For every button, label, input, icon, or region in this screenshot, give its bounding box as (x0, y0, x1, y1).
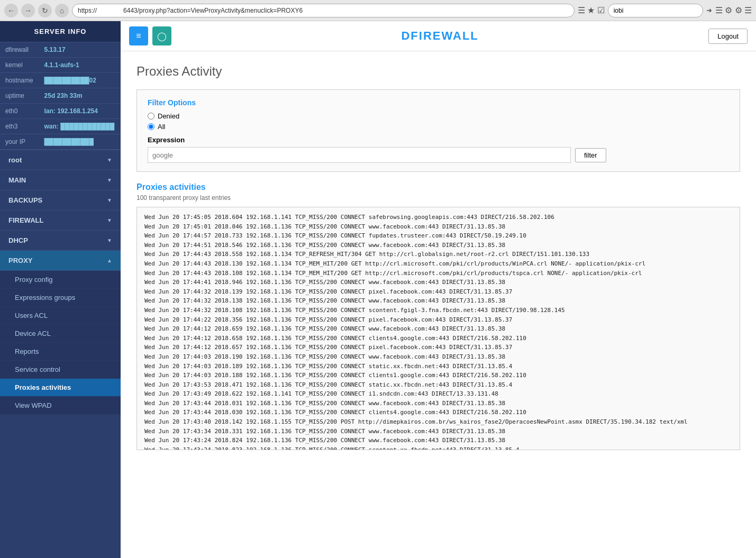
info-label: eth3 (0, 119, 39, 134)
nav-sub-reports[interactable]: Reports (0, 343, 121, 361)
chevron-icon: ▼ (107, 237, 112, 243)
nav-item-dhcp[interactable]: DHCP▼ (0, 231, 121, 251)
filter-title: Filter Options (148, 98, 729, 107)
info-row: kernel4.1.1-aufs-1 (0, 58, 121, 73)
nav-sub-view-wpad[interactable]: View WPAD (0, 397, 121, 415)
info-row: dfirewall5.13.17 (0, 42, 121, 58)
info-label: uptime (0, 88, 39, 104)
info-value: wan: ████████████ (39, 119, 121, 134)
nav-sub-device-acl[interactable]: Device ACL (0, 325, 121, 343)
nav-sub-users-acl[interactable]: Users ACL (0, 307, 121, 325)
activities-section: Proxies activities 100 transparent proxy… (136, 182, 740, 450)
app-container: SERVER INFO dfirewall5.13.17kernel4.1.1-… (0, 21, 756, 558)
server-info-table: dfirewall5.13.17kernel4.1.1-aufs-1hostna… (0, 42, 121, 150)
log-box[interactable]: Wed Jun 20 17:45:05 2018.604 192.168.1.1… (136, 207, 740, 450)
content-area: Proxies Activity Filter Options Denied A… (121, 51, 756, 558)
main-content: ≡ ◯ DFIREWALL Logout Proxies Activity Fi… (121, 21, 756, 558)
refresh-button[interactable]: ◯ (152, 26, 171, 45)
expression-row: filter (148, 147, 729, 163)
filter-button[interactable]: filter (575, 148, 606, 162)
top-bar: ≡ ◯ DFIREWALL Logout (121, 21, 756, 51)
info-value: 5.13.17 (39, 42, 121, 58)
radio-all[interactable] (148, 123, 154, 130)
expression-label: Expression (148, 136, 729, 144)
sidebar: SERVER INFO dfirewall5.13.17kernel4.1.1-… (0, 21, 121, 558)
nav-item-proxy[interactable]: PROXY▲ (0, 251, 121, 271)
nav-sub-proxy-config[interactable]: Proxy config (0, 271, 121, 289)
filter-box: Filter Options Denied All Expression fil… (136, 89, 740, 172)
radio-denied-text: Denied (158, 112, 179, 120)
app-title: DFIREWALL (176, 29, 704, 43)
radio-all-label: All (148, 123, 729, 131)
info-label: your IP (0, 134, 39, 150)
address-bar[interactable] (72, 4, 575, 17)
info-row: hostname██████████02 (0, 73, 121, 88)
nav-item-firewall[interactable]: FIREWALL▼ (0, 211, 121, 231)
info-row: eth3wan: ████████████ (0, 119, 121, 134)
nav-item-main[interactable]: MAIN▼ (0, 170, 121, 190)
radio-group: Denied All (148, 112, 729, 131)
browser-toolbar-icons: ☰ ⚙ ⚙ ☰ (715, 5, 752, 15)
info-value: 25d 23h 33m (39, 88, 121, 104)
expression-input[interactable] (148, 147, 571, 163)
nav-item-label: DHCP (8, 236, 28, 244)
info-value: ███████████ (39, 134, 121, 150)
info-value: ██████████02 (39, 73, 121, 88)
info-row: uptime25d 23h 33m (0, 88, 121, 104)
chevron-icon: ▼ (107, 217, 112, 223)
activities-title: Proxies activities (136, 182, 740, 192)
radio-denied[interactable] (148, 113, 154, 120)
info-label: kernel (0, 58, 39, 73)
nav-section: root▼MAIN▼BACKUPS▼FIREWALL▼DHCP▼PROXY▲Pr… (0, 150, 121, 415)
forward-button[interactable]: → (21, 4, 35, 17)
info-row: eth0lan: 192.168.1.254 (0, 104, 121, 119)
back-button[interactable]: ← (4, 4, 18, 17)
chevron-icon: ▼ (107, 177, 112, 183)
nav-item-label: BACKUPS (8, 196, 42, 204)
nav-sub-proxies-activities[interactable]: Proxies activities (0, 379, 121, 397)
info-value: 4.1.1-aufs-1 (39, 58, 121, 73)
nav-item-root[interactable]: root▼ (0, 150, 121, 170)
nav-sub-expressions-groups[interactable]: Expressions groups (0, 289, 121, 307)
info-row: your IP███████████ (0, 134, 121, 150)
info-label: dfirewall (0, 42, 39, 58)
chevron-icon: ▼ (107, 157, 112, 163)
server-info-header: SERVER INFO (0, 21, 121, 42)
browser-icons: ☰ ★ ☑ (578, 5, 605, 15)
nav-item-label: root (8, 156, 22, 164)
nav-item-backups[interactable]: BACKUPS▼ (0, 190, 121, 211)
radio-denied-label: Denied (148, 112, 729, 120)
nav-sub-service-control[interactable]: Service control (0, 361, 121, 379)
page-title: Proxies Activity (136, 64, 740, 79)
chevron-icon: ▲ (107, 258, 112, 263)
nav-item-label: FIREWALL (8, 216, 43, 224)
activities-subtitle: 100 transparent proxy last entries (136, 194, 740, 202)
info-label: eth0 (0, 104, 39, 119)
info-value: lan: 192.168.1.254 (39, 104, 121, 119)
logout-button[interactable]: Logout (708, 29, 748, 44)
radio-all-text: All (158, 123, 165, 131)
browser-chrome: ← → ↻ ⌂ ☰ ★ ☑ ➜ ☰ ⚙ ⚙ ☰ (0, 0, 756, 21)
nav-item-label: PROXY (8, 257, 33, 264)
home-button[interactable]: ⌂ (55, 4, 69, 17)
nav-item-label: MAIN (8, 176, 26, 184)
info-label: hostname (0, 73, 39, 88)
browser-search-go: ➜ (706, 6, 712, 14)
chevron-icon: ▼ (107, 197, 112, 203)
reload-button[interactable]: ↻ (38, 4, 52, 17)
browser-search-input[interactable] (608, 4, 703, 17)
menu-button[interactable]: ≡ (129, 26, 148, 45)
